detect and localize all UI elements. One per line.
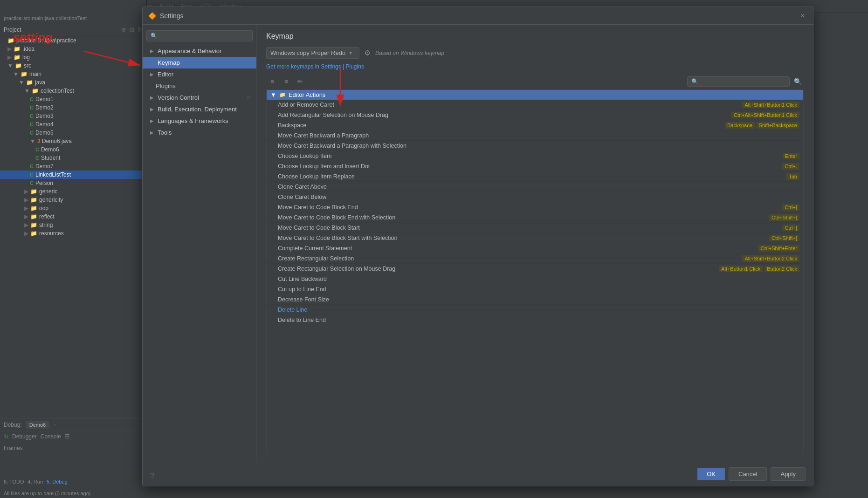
sidebar-item-editor[interactable]: ▶ Editor bbox=[143, 68, 256, 80]
action-name: Choose Lookup Item bbox=[278, 153, 781, 159]
project-panel-header: Project ⊕ ⊟ ⚙ bbox=[0, 23, 146, 36]
tree-demo5[interactable]: CDemo5 bbox=[0, 129, 146, 137]
action-shortcut-badge: Ctrl+] bbox=[782, 204, 799, 211]
tree-main[interactable]: ▼📁main bbox=[0, 70, 146, 78]
tree-demo6java[interactable]: ▼JDemo6.java bbox=[0, 137, 146, 145]
tree-genericity[interactable]: ▶📁genericity bbox=[0, 196, 146, 204]
action-name: Complete Current Statement bbox=[278, 245, 757, 252]
tree-demo1[interactable]: CDemo1 bbox=[0, 95, 146, 103]
sidebar-item-label-appearance: Appearance & Behavior bbox=[158, 48, 221, 55]
debug-demo6-tab[interactable]: Demo6 bbox=[26, 421, 49, 429]
actions-container: Add or Remove CaretAlt+Shift+Button1 Cli… bbox=[267, 100, 803, 325]
tree-demo4[interactable]: CDemo4 bbox=[0, 120, 146, 129]
add-folder-icon[interactable]: ⊕ bbox=[121, 26, 126, 33]
sidebar-item-build[interactable]: ▶ Build, Execution, Deployment bbox=[143, 103, 256, 115]
action-name: Move Caret to Code Block Start with Sele… bbox=[278, 235, 767, 241]
tree-demo3[interactable]: CDemo3 bbox=[0, 112, 146, 120]
action-shortcut-badge: Ctrl+Shift+Enter bbox=[758, 245, 799, 252]
tree-demo2[interactable]: CDemo2 bbox=[0, 103, 146, 112]
action-row[interactable]: Move Caret to Code Block EndCtrl+] bbox=[267, 202, 803, 212]
expand-arrow-tools: ▶ bbox=[150, 130, 154, 135]
cancel-button[interactable]: Cancel bbox=[729, 467, 767, 481]
action-row[interactable]: Delete to Line End bbox=[267, 315, 803, 325]
action-row[interactable]: Move Caret Backward a Paragraph bbox=[267, 130, 803, 141]
debug-tab-bottom[interactable]: 5: Debug bbox=[47, 479, 68, 484]
action-row[interactable]: Clone Caret Below bbox=[267, 192, 803, 202]
tree-person[interactable]: CPerson bbox=[0, 179, 146, 187]
bottom-tabs-bar: 6: TODO 4: Run 5: Debug bbox=[0, 475, 147, 488]
sidebar-item-keymap[interactable]: Keymap bbox=[143, 57, 256, 68]
action-row[interactable]: Move Caret Backward a Paragraph with Sel… bbox=[267, 141, 803, 151]
action-shortcut-badge: Ctrl+[ bbox=[782, 225, 799, 231]
tree-student[interactable]: CStudent bbox=[0, 154, 146, 162]
action-row[interactable]: Add or Remove CaretAlt+Shift+Button1 Cli… bbox=[267, 100, 803, 110]
sidebar-item-plugins[interactable]: Plugins bbox=[143, 80, 256, 92]
tree-java[interactable]: ▼📁java bbox=[0, 78, 146, 87]
action-row[interactable]: Complete Current StatementCtrl+Shift+Ent… bbox=[267, 243, 803, 253]
breadcrumb-practice: practice bbox=[4, 15, 22, 21]
keymap-content: Keymap Windows copy Proper Redo ▼ ⚙ Base… bbox=[257, 25, 813, 462]
tree-oop[interactable]: ▶📁oop bbox=[0, 204, 146, 212]
tree-linkedlisttest[interactable]: CLinkedListTest bbox=[0, 171, 146, 179]
sidebar-item-tools[interactable]: ▶ Tools bbox=[143, 127, 256, 138]
debugger-tab[interactable]: Debugger bbox=[12, 433, 37, 440]
keymap-more-link[interactable]: Get more keymaps in Settings | Plugins bbox=[266, 63, 804, 70]
debug-list-icon[interactable]: ☰ bbox=[65, 433, 70, 440]
action-row[interactable]: Choose Lookup Item ReplaceTab bbox=[267, 171, 803, 182]
dialog-close-button[interactable]: × bbox=[798, 11, 807, 20]
tree-idea[interactable]: ▶📁.idea bbox=[0, 45, 146, 53]
tree-string[interactable]: ▶📁string bbox=[0, 221, 146, 229]
action-row[interactable]: Add Rectangular Selection on Mouse DragC… bbox=[267, 110, 803, 120]
debug-tab-close[interactable]: × bbox=[53, 422, 56, 428]
debug-refresh-icon[interactable]: ↻ bbox=[4, 433, 8, 440]
tree-resources[interactable]: ▶📁resources bbox=[0, 229, 146, 238]
action-row[interactable]: Move Caret to Code Block StartCtrl+[ bbox=[267, 223, 803, 233]
sidebar-item-appearance-behavior[interactable]: ▶ Appearance & Behavior bbox=[143, 45, 256, 57]
toolbar-collapse-all-btn[interactable]: ≡ bbox=[280, 76, 292, 87]
dialog-body: ▶ Appearance & Behavior Keymap ▶ Editor … bbox=[143, 25, 813, 462]
run-tab[interactable]: 4: Run bbox=[28, 479, 43, 484]
action-row[interactable]: Choose Lookup ItemEnter bbox=[267, 151, 803, 161]
tree-generic[interactable]: ▶📁generic bbox=[0, 187, 146, 196]
action-row[interactable]: Choose Lookup Item and Insert DotCtrl+. bbox=[267, 161, 803, 171]
tree-src[interactable]: ▼📁src bbox=[0, 61, 146, 70]
keymap-search-input[interactable] bbox=[687, 76, 790, 87]
action-row[interactable]: Cut up to Line End bbox=[267, 284, 803, 294]
action-row[interactable]: Cut Line Backward bbox=[267, 274, 803, 284]
action-row[interactable]: BackspaceBackspaceShift+Backspace bbox=[267, 120, 803, 130]
action-row[interactable]: Decrease Font Size bbox=[267, 294, 803, 305]
tree-log[interactable]: ▶📁log bbox=[0, 53, 146, 61]
action-row[interactable]: Create Rectangular SelectionAlt+Shift+Bu… bbox=[267, 253, 803, 264]
action-row[interactable]: Create Rectangular Selection on Mouse Dr… bbox=[267, 264, 803, 274]
keymap-dropdown[interactable]: Windows copy Proper Redo ▼ bbox=[266, 47, 359, 59]
tree-collectiontest[interactable]: ▼📁collectionTest bbox=[0, 87, 146, 95]
keymap-search-btn[interactable]: 🔍 bbox=[792, 76, 804, 87]
toolbar-edit-btn[interactable]: ✏ bbox=[294, 76, 306, 87]
settings-search-input[interactable] bbox=[146, 30, 253, 41]
ok-button[interactable]: OK bbox=[697, 468, 725, 480]
action-shortcut-badge: Alt+Shift+Button1 Click bbox=[742, 102, 799, 108]
keymap-gear-icon[interactable]: ⚙ bbox=[364, 48, 371, 57]
tree-root[interactable]: 📁 practice D:\idea\practice bbox=[0, 36, 146, 45]
action-row[interactable]: Move Caret to Code Block End with Select… bbox=[267, 212, 803, 223]
tree-reflect[interactable]: ▶📁reflect bbox=[0, 212, 146, 221]
action-row[interactable]: Move Caret to Code Block Start with Sele… bbox=[267, 233, 803, 243]
action-row[interactable]: Clone Caret Above bbox=[267, 182, 803, 192]
tree-demo6[interactable]: CDemo6 bbox=[0, 145, 146, 154]
apply-button[interactable]: Apply bbox=[771, 467, 806, 481]
tree-demo7[interactable]: CDemo7 bbox=[0, 162, 146, 171]
actions-list[interactable]: ▼ 📁 Editor Actions Add or Remove CaretAl… bbox=[266, 89, 804, 454]
todo-tab[interactable]: 6: TODO bbox=[4, 479, 24, 484]
editor-actions-group[interactable]: ▼ 📁 Editor Actions bbox=[267, 90, 803, 100]
keymap-selector-row: Windows copy Proper Redo ▼ ⚙ Based on Wi… bbox=[266, 47, 804, 59]
help-icon[interactable]: ? bbox=[150, 472, 154, 480]
expand-arrow-build: ▶ bbox=[150, 107, 154, 112]
layout-icon[interactable]: ⊟ bbox=[129, 26, 134, 33]
sidebar-item-languages[interactable]: ▶ Languages & Frameworks bbox=[143, 115, 256, 127]
action-row[interactable]: Delete Line bbox=[267, 305, 803, 315]
sidebar-item-version-control[interactable]: ▶ Version Control ⊙ bbox=[143, 92, 256, 103]
sidebar-item-label-languages: Languages & Frameworks bbox=[158, 117, 228, 124]
console-tab[interactable]: Console bbox=[41, 433, 61, 440]
dialog-logo-icon: 🔶 bbox=[148, 12, 156, 20]
toolbar-expand-all-btn[interactable]: ≡ bbox=[266, 76, 278, 87]
